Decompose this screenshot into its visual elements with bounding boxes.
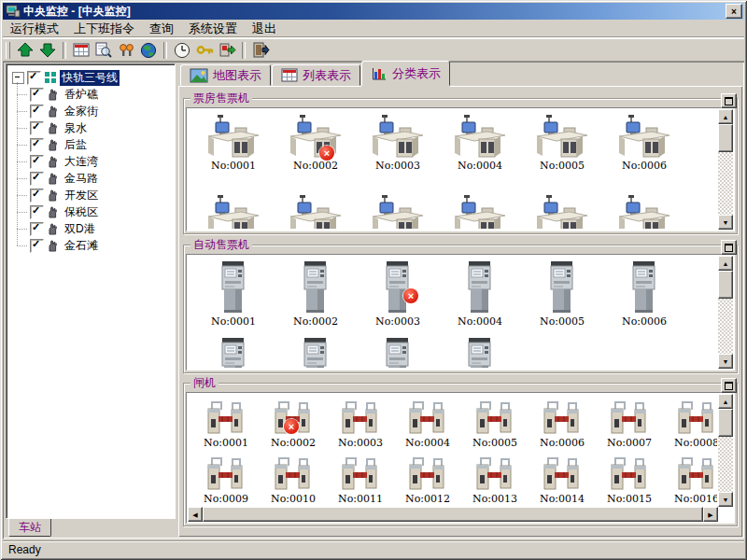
tree-item[interactable]: 双D港 (28, 220, 173, 237)
scroll-down-button[interactable]: ▼ (718, 354, 733, 369)
machine-item[interactable]: No:0002 (275, 260, 357, 337)
machine-item[interactable]: No:0006 (603, 260, 685, 337)
tree-item[interactable]: 保税区 (28, 203, 173, 220)
clock-icon[interactable] (171, 40, 193, 61)
key-icon[interactable] (193, 40, 216, 61)
machine-item[interactable]: ×No:0002 (275, 114, 357, 194)
scroll-up-button[interactable]: ▲ (718, 109, 733, 124)
tab-map[interactable]: 地图表示 (180, 64, 271, 86)
scroll-right-button[interactable]: ▶ (703, 507, 718, 522)
machine-item[interactable]: No:0006 (603, 114, 685, 194)
tab-station[interactable]: 车站 (8, 519, 51, 537)
machine-item[interactable] (275, 194, 357, 229)
machine-item[interactable] (192, 337, 275, 368)
group-maximize-button[interactable] (721, 378, 737, 393)
tree-item-label[interactable]: 泉水 (63, 120, 89, 136)
scroll-down-button[interactable]: ▼ (718, 215, 733, 230)
exit-door-icon[interactable] (249, 40, 272, 61)
machine-item[interactable]: No:0003 (357, 114, 439, 194)
tree-item-checkbox[interactable] (30, 105, 44, 119)
machine-item[interactable]: No:0012 (394, 455, 461, 511)
machine-item[interactable] (439, 337, 521, 368)
menu-item[interactable]: 上下班指令 (66, 19, 142, 39)
group-maximize-button[interactable] (721, 93, 737, 108)
tree-root-label[interactable]: 快轨三号线 (60, 70, 120, 86)
group-maximize-button[interactable] (721, 240, 737, 255)
scroll-thumb[interactable] (718, 124, 733, 152)
vertical-scrollbar[interactable]: ▲▼ (718, 109, 733, 230)
machine-item[interactable]: No:0016 (663, 455, 717, 511)
search-icon[interactable] (92, 40, 115, 61)
machine-item[interactable]: No:0005 (521, 114, 603, 194)
tree-item-label[interactable]: 开发区 (63, 188, 100, 203)
machine-item[interactable] (275, 337, 357, 368)
tree-item[interactable]: 泉水 (28, 119, 173, 136)
scroll-down-button[interactable]: ▼ (718, 492, 733, 507)
menu-item[interactable]: 系统设置 (181, 19, 245, 39)
tree-expand-toggle[interactable] (12, 72, 24, 84)
menu-item[interactable]: 查询 (142, 19, 181, 39)
tree-item-checkbox[interactable] (30, 121, 44, 135)
scroll-up-button[interactable]: ▲ (718, 394, 733, 409)
machine-item[interactable]: No:0001 (192, 114, 275, 194)
tree-item[interactable]: 大连湾 (28, 153, 173, 170)
machine-item[interactable]: No:0008 (663, 399, 717, 455)
tree-item[interactable]: 香炉礁 (28, 86, 173, 103)
machine-item[interactable]: No:0005 (521, 260, 603, 337)
machine-item[interactable]: No:0004 (439, 260, 521, 337)
machine-item[interactable]: No:0004 (394, 399, 461, 455)
tree-item-label[interactable]: 保税区 (63, 204, 100, 220)
scroll-thumb[interactable] (203, 507, 703, 522)
toolbar-grip[interactable] (6, 42, 10, 59)
machine-item[interactable]: No:0003 (327, 399, 394, 455)
machine-item[interactable] (192, 194, 275, 229)
tree-item[interactable]: 金家街 (28, 103, 173, 119)
tree-root-checkbox[interactable] (27, 71, 41, 85)
machine-item[interactable]: No:0010 (260, 455, 327, 511)
horizontal-scrollbar[interactable]: ◀▶ (188, 507, 718, 522)
machine-item[interactable] (357, 194, 439, 229)
tree-item-label[interactable]: 金家街 (63, 104, 100, 119)
tree-item[interactable]: 金马路 (28, 170, 173, 187)
machine-item[interactable] (439, 194, 521, 229)
scroll-left-button[interactable]: ◀ (188, 507, 203, 522)
tree-item-checkbox[interactable] (30, 239, 44, 253)
tree-item-label[interactable]: 香炉礁 (63, 87, 100, 103)
machine-item[interactable]: No:0006 (529, 399, 596, 455)
tab-list[interactable]: 列表表示 (272, 64, 360, 86)
machine-item[interactable]: No:0013 (461, 455, 529, 511)
vertical-scrollbar[interactable]: ▲▼ (718, 256, 733, 369)
tree-item-checkbox[interactable] (30, 222, 44, 236)
tree-item[interactable]: 金石滩 (28, 237, 173, 254)
tree-item-label[interactable]: 双D港 (63, 221, 97, 237)
vertical-scrollbar[interactable]: ▲▼ (718, 394, 733, 507)
machine-item[interactable]: No:0004 (439, 114, 521, 194)
machine-item[interactable]: No:0009 (192, 455, 260, 511)
tree-item[interactable]: 开发区 (28, 187, 173, 203)
tree-item-label[interactable]: 后盐 (63, 137, 89, 153)
tree-item-checkbox[interactable] (30, 88, 44, 102)
machine-item[interactable]: No:0005 (461, 399, 529, 455)
machine-item[interactable]: No:0011 (327, 455, 394, 511)
tree-item-checkbox[interactable] (30, 172, 44, 186)
machine-item[interactable] (521, 194, 603, 229)
down-arrow-icon[interactable] (36, 40, 59, 61)
machine-item[interactable] (603, 194, 685, 229)
tree-item-label[interactable]: 金马路 (63, 171, 100, 187)
tree-item-label[interactable]: 金石滩 (63, 238, 100, 254)
machine-item[interactable]: No:0014 (529, 455, 596, 511)
tree-item[interactable]: 后盐 (28, 136, 173, 153)
login-door-icon[interactable] (216, 40, 238, 61)
scroll-up-button[interactable]: ▲ (718, 256, 733, 271)
scroll-thumb[interactable] (718, 271, 733, 299)
title-bar[interactable]: 中央监控 - [中央监控] × (3, 3, 744, 20)
tree-root-row[interactable]: 快轨三号线 (12, 69, 173, 86)
tree-item-label[interactable]: 大连湾 (63, 154, 100, 170)
machine-item[interactable]: ×No:0003 (357, 260, 439, 337)
globe-icon[interactable] (137, 40, 160, 61)
machine-item[interactable]: No:0001 (192, 399, 260, 455)
tree-item-checkbox[interactable] (30, 138, 44, 152)
tab-chart[interactable]: 分类表示 (361, 61, 450, 86)
close-button[interactable]: × (726, 4, 742, 19)
machine-item[interactable]: No:0007 (596, 399, 663, 455)
